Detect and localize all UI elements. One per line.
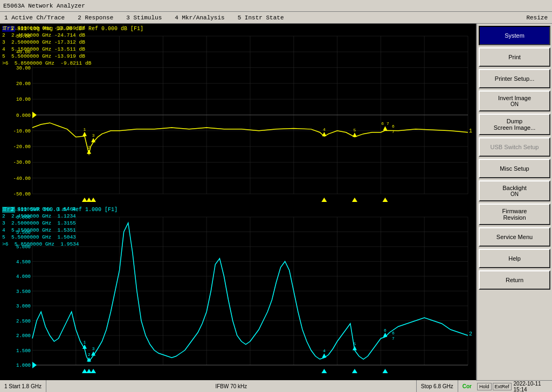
- status-stop: Stop 6.8 GHz: [417, 380, 458, 392]
- btn-firmware[interactable]: Firmware Revision: [479, 204, 550, 225]
- chart-top: Tr1 S11 Log Mag 10.00 dB/ Ref 0.000 dB […: [0, 24, 476, 205]
- extref-indicator: ExtRef: [493, 383, 512, 390]
- datetime-display: 2022-10-11 15:14: [514, 381, 551, 393]
- app-title: E5063A Network Analyzer: [3, 3, 85, 9]
- btn-service-menu[interactable]: Service Menu: [479, 227, 550, 247]
- btn-backlight-sublabel: ON: [510, 191, 519, 197]
- menu-resize[interactable]: Resize: [524, 13, 550, 22]
- btn-dump-screen[interactable]: Dump Screen Image...: [479, 114, 550, 135]
- btn-invert-image-label: Invert Image: [498, 95, 531, 101]
- btn-print[interactable]: Print: [479, 47, 550, 67]
- status-start: 1 Start 1.8 GHz: [0, 380, 46, 392]
- btn-usb-switch: USB Switch Setup: [479, 137, 550, 157]
- menu-mkr[interactable]: 4 Mkr/Analysis: [172, 13, 226, 22]
- btn-invert-image[interactable]: Invert Image ON: [479, 90, 550, 111]
- hold-indicator: Hold: [477, 383, 492, 390]
- menu-response[interactable]: 2 Response: [75, 13, 115, 22]
- btn-return[interactable]: Return: [479, 270, 550, 290]
- top-chart-canvas: [0, 33, 476, 205]
- chart-area: Tr1 S11 Log Mag 10.00 dB/ Ref 0.000 dB […: [0, 24, 476, 392]
- chart-bottom: Tr2 S11 SWR 500.0 m/ Ref 1.000 [F1] 1 2.…: [0, 205, 476, 380]
- top-trace-label: Tr1 S11 Log Mag 10.00 dB/ Ref 0.000 dB […: [0, 24, 476, 33]
- title-bar: E5063A Network Analyzer: [0, 0, 552, 12]
- status-bar: 1 Start 1.8 GHz IFBW 70 kHz Stop 6.8 GHz…: [0, 380, 476, 392]
- right-panel: System Print Printer Setup... Invert Ima…: [476, 24, 552, 392]
- btn-printer-setup[interactable]: Printer Setup...: [479, 69, 550, 88]
- menu-instr-state[interactable]: 5 Instr State: [236, 13, 286, 22]
- btn-system[interactable]: System: [479, 26, 550, 45]
- bottom-chart-canvas: [0, 214, 476, 376]
- bottom-trace-info: S11 SWR 500.0 m/ Ref 1.000 [F1]: [17, 207, 118, 213]
- menu-bar: 1 Active Ch/Trace 2 Response 3 Stimulus …: [0, 12, 552, 24]
- menu-active-ch[interactable]: 1 Active Ch/Trace: [2, 13, 67, 22]
- btn-misc-setup[interactable]: Misc Setup: [479, 159, 550, 178]
- bottom-trace-label: Tr2 S11 SWR 500.0 m/ Ref 1.000 [F1]: [0, 205, 476, 214]
- menu-stimulus[interactable]: 3 Stimulus: [124, 13, 164, 22]
- status-cor: Cor: [458, 380, 476, 392]
- status-ifbw: IFBW 70 kHz: [46, 380, 417, 392]
- btn-backlight[interactable]: Backlight ON: [479, 180, 550, 201]
- btn-help[interactable]: Help: [479, 249, 550, 268]
- top-trace-info: S11 Log Mag 10.00 dB/ Ref 0.000 dB [F1]: [17, 26, 143, 32]
- bottom-right-bar: Hold ExtRef 2022-10-11 15:14: [476, 380, 552, 392]
- btn-backlight-label: Backlight: [502, 185, 527, 191]
- btn-invert-image-sublabel: ON: [510, 101, 519, 107]
